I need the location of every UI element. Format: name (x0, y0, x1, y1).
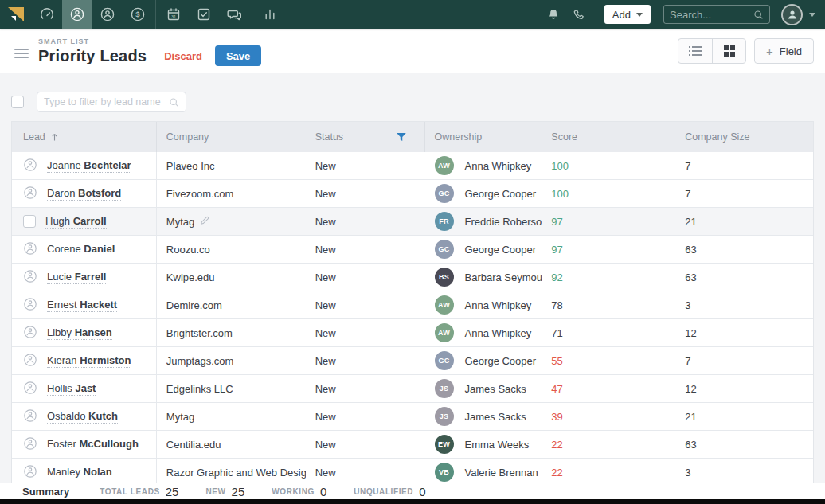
table-row[interactable]: Hollis Jast Edgelinks LLC New JS James S… (12, 375, 813, 403)
row-checkbox[interactable] (23, 215, 36, 228)
lead-status-icon[interactable] (23, 353, 37, 369)
lead-name-link[interactable]: Hugh Carroll (45, 215, 107, 229)
score-cell: 92 (551, 272, 562, 283)
main-content: Lead Company Status Ownership Score Comp… (0, 73, 825, 483)
lead-status-icon[interactable] (23, 297, 37, 314)
owner-avatar: GC (435, 184, 454, 203)
table-row[interactable]: Libby Hansen Brightster.com New AW Anna … (12, 319, 813, 347)
lead-name-link[interactable]: Daron Botsford (47, 187, 121, 201)
company-size-cell: 3 (685, 299, 690, 311)
status-cell: New (315, 383, 336, 395)
column-header-lead[interactable]: Lead (12, 122, 157, 152)
table-row[interactable]: Foster McCullough Centilia.edu New EW Em… (12, 431, 813, 459)
score-cell: 97 (551, 244, 562, 256)
score-cell: 22 (551, 439, 562, 451)
lead-name-link[interactable]: Corene Daniel (47, 243, 115, 256)
lead-name-link[interactable]: Libby Hansen (47, 326, 112, 340)
lead-status-icon[interactable] (23, 158, 37, 174)
user-menu-caret-icon[interactable] (809, 13, 815, 17)
save-button[interactable]: Save (215, 45, 261, 66)
list-view-icon[interactable] (678, 39, 712, 63)
lead-name-link[interactable]: Manley Nolan (47, 466, 112, 479)
sort-asc-icon (50, 132, 59, 142)
owner-avatar: GC (435, 240, 454, 259)
company-cell: Jumptags.com (166, 355, 234, 367)
score-cell: 78 (551, 299, 562, 311)
table-row[interactable]: Corene Daniel Roozu.co New GC George Coo… (12, 236, 813, 264)
select-all-checkbox[interactable] (11, 96, 24, 108)
table-row[interactable]: Ernest Hackett Demire.com New AW Anna Wh… (12, 291, 813, 319)
grid-view-icon[interactable] (712, 39, 745, 63)
svg-text:31: 31 (171, 14, 176, 19)
column-header-company[interactable]: Company (157, 122, 306, 152)
bell-icon[interactable] (546, 7, 561, 21)
opportunities-icon[interactable]: $ (123, 0, 153, 29)
table-row[interactable]: Kieran Hermiston Jumptags.com New GC Geo… (12, 347, 813, 375)
search-input[interactable] (670, 9, 749, 21)
company-size-cell: 21 (685, 216, 696, 228)
status-cell: New (315, 355, 336, 367)
user-avatar[interactable] (781, 4, 803, 25)
owner-avatar: EW (435, 435, 454, 454)
status-cell: New (315, 411, 336, 423)
lead-name-link[interactable]: Hollis Jast (47, 382, 96, 396)
owner-name: Anna Whipkey (465, 299, 532, 311)
lead-status-icon[interactable] (23, 408, 37, 425)
table-body: Joanne Bechtelar Plaveo Inc New AW Anna … (12, 152, 813, 483)
lead-name-link[interactable]: Joanne Bechtelar (47, 159, 131, 173)
column-header-company-size[interactable]: Company Size (675, 122, 813, 152)
company-size-cell: 63 (685, 244, 696, 256)
phone-icon[interactable] (572, 8, 585, 21)
table-row[interactable]: Joanne Bechtelar Plaveo Inc New AW Anna … (12, 152, 813, 180)
leads-table: Lead Company Status Ownership Score Comp… (11, 121, 814, 483)
svg-text:$: $ (135, 10, 140, 18)
lead-filter-input[interactable] (44, 96, 164, 107)
add-field-button[interactable]: + Field (754, 38, 814, 64)
table-header-row: Lead Company Status Ownership Score Comp… (12, 122, 813, 152)
app-window: $ 31 Add (0, 0, 825, 504)
menu-icon[interactable] (14, 49, 29, 58)
discard-link[interactable]: Discard (164, 50, 202, 62)
tasks-icon[interactable] (189, 0, 219, 29)
conversations-icon[interactable] (219, 0, 249, 29)
lead-status-icon[interactable] (23, 269, 37, 286)
table-row[interactable]: Lucie Farrell Kwipe.edu New BS Barbara S… (12, 264, 813, 291)
column-header-status[interactable]: Status (306, 122, 425, 152)
calendar-icon[interactable]: 31 (158, 0, 189, 29)
edit-pencil-icon[interactable] (200, 216, 209, 228)
table-row[interactable]: Manley Nolan Razor Graphic and Web Desig… (12, 459, 813, 483)
lead-status-icon[interactable] (23, 436, 37, 453)
status-cell: New (315, 244, 336, 256)
gauge-icon[interactable] (32, 0, 62, 29)
table-row[interactable]: Hugh Carroll Mytag New FR Freddie Robers… (12, 208, 813, 236)
column-header-ownership[interactable]: Ownership (425, 122, 542, 152)
score-cell: 71 (551, 327, 562, 339)
lead-status-icon[interactable] (23, 186, 37, 202)
reports-icon[interactable] (255, 0, 285, 29)
filter-funnel-icon[interactable] (396, 131, 407, 143)
stat-label: TOTAL LEADS (100, 487, 160, 496)
lead-name-link[interactable]: Foster McCullough (47, 438, 139, 451)
add-button[interactable]: Add (604, 5, 651, 24)
table-row[interactable]: Daron Botsford Fivezoom.com New GC Georg… (12, 180, 813, 208)
lead-name-link[interactable]: Lucie Farrell (47, 271, 106, 284)
contacts-icon[interactable] (92, 0, 123, 29)
status-cell: New (315, 467, 336, 479)
lead-status-icon[interactable] (23, 325, 37, 342)
lead-status-icon[interactable] (23, 381, 37, 397)
app-logo-icon[interactable] (0, 6, 32, 22)
company-size-cell: 3 (685, 467, 690, 479)
lead-name-link[interactable]: Osbaldo Kutch (47, 410, 118, 424)
company-cell: Edgelinks LLC (166, 383, 233, 395)
lead-status-icon[interactable] (23, 464, 37, 481)
lead-name-link[interactable]: Kieran Hermiston (47, 354, 131, 368)
stat-value: 0 (419, 485, 425, 498)
lead-status-icon[interactable] (23, 241, 37, 258)
owner-name: Emma Weeks (465, 439, 530, 451)
column-header-score[interactable]: Score (542, 122, 675, 152)
table-row[interactable]: Osbaldo Kutch Mytag New JS James Sacks 3… (12, 403, 813, 431)
owner-name: George Cooper (465, 355, 537, 367)
lead-name-link[interactable]: Ernest Hackett (47, 299, 117, 312)
owner-name: George Cooper (465, 188, 537, 200)
leads-icon[interactable] (62, 0, 92, 29)
